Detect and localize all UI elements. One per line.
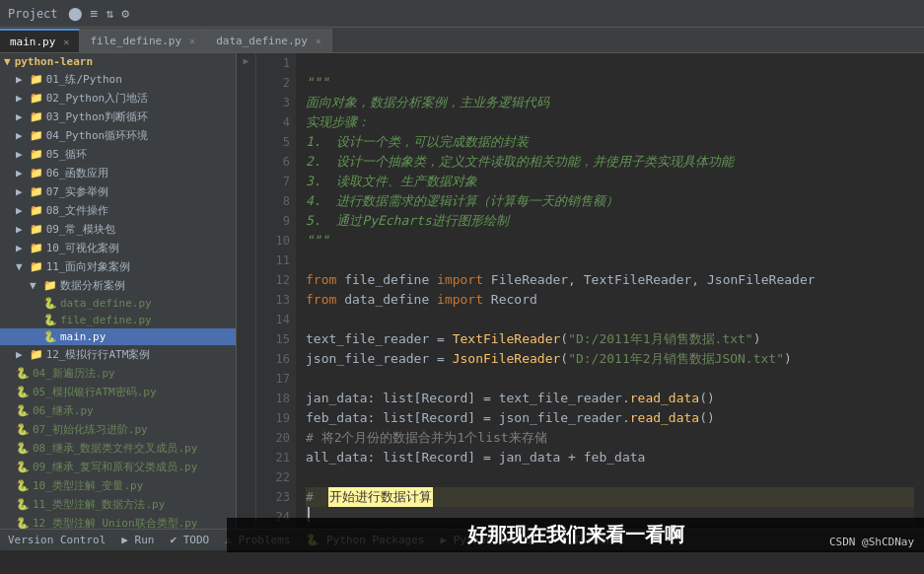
sidebar-item-08-py[interactable]: 🐍 08_继承_数据类文件交叉成员.py xyxy=(0,439,236,458)
code-line-18: jan_data: list[Record] = text_file_reade… xyxy=(306,389,914,408)
chevron-right-icon: ▶ xyxy=(16,167,23,179)
project-label: Project xyxy=(8,7,58,21)
code-area[interactable]: """ 面向对象，数据分析案例，主业务逻辑代码 实现步骤： 1. 设计一个类，可… xyxy=(296,53,924,529)
sidebar-item-06[interactable]: ▶ 📁 06_函数应用 xyxy=(0,164,236,182)
code-line-10: """ xyxy=(306,231,914,251)
sidebar-label-10-py: 10_类型注解_变量.py xyxy=(33,478,143,493)
tab-label-data-define: data_define.py xyxy=(216,35,308,47)
code-line-1 xyxy=(306,53,914,73)
folder-icon: 📁 xyxy=(30,185,43,198)
sidebar-item-03[interactable]: ▶ 📁 03_Python判断循环 xyxy=(0,108,236,126)
sidebar-item-label: python-learn xyxy=(15,55,93,68)
sidebar-label-12-py: 12_类型注解_Union联合类型.py xyxy=(33,516,197,529)
sidebar-label-11: 11_面向对象案例 xyxy=(46,259,131,274)
code-line-23: # 开始进行数据计算 xyxy=(306,487,914,507)
sidebar-item-02[interactable]: ▶ 📁 02_Python入门地活 xyxy=(0,89,236,108)
sidebar-item-file-define-py[interactable]: 🐍 file_define.py xyxy=(0,312,236,328)
chevron-right-icon: ▶ xyxy=(16,348,23,361)
subtitle-bar: 好那现在我们来看一看啊 CSDN @ShCDNay xyxy=(227,518,924,552)
code-line-7: 3. 读取文件、生产数据对象 xyxy=(306,172,914,191)
sidebar-label-08: 08_文件操作 xyxy=(46,203,109,218)
sidebar-item-data-analysis[interactable]: ▼ 📁 数据分析案例 xyxy=(0,276,236,295)
sidebar-item-08[interactable]: ▶ 📁 08_文件操作 xyxy=(0,201,236,220)
sidebar-item-12[interactable]: ▶ 📁 12_模拟行行ATM案例 xyxy=(0,345,236,364)
py-icon: 🐍 xyxy=(16,423,30,436)
code-line-19: feb_data: list[Record] = json_file_reade… xyxy=(306,408,914,428)
sidebar-label-10: 10_可视化案例 xyxy=(46,241,120,255)
sidebar-item-09[interactable]: ▶ 📁 09_常_模块包 xyxy=(0,220,236,239)
folder-icon: 📁 xyxy=(30,148,43,161)
tab-main-py[interactable]: main.py ✕ xyxy=(0,29,80,52)
sidebar-label-05-py: 05_模拟银行ATM密码.py xyxy=(33,385,157,399)
tab-close-data-define[interactable]: ✕ xyxy=(316,36,321,46)
sidebar-item-06-py[interactable]: 🐍 06_继承.py xyxy=(0,401,236,420)
sidebar-label-file-define-py: file_define.py xyxy=(60,314,152,326)
code-line-11 xyxy=(306,251,914,270)
py-icon: 🐍 xyxy=(16,517,30,529)
chevron-right-icon: ▶ xyxy=(16,242,23,254)
editor: ▶ 1 2 3 4 5 6 7 8 9 10 11 12 13 14 15 16… xyxy=(237,53,924,529)
bottom-item-vc[interactable]: Version Control xyxy=(8,534,106,546)
code-line-2: """ xyxy=(306,73,914,93)
left-gutter: ▶ xyxy=(237,53,256,529)
sidebar-item-11-py[interactable]: 🐍 11_类型注解_数据方法.py xyxy=(0,495,236,514)
sidebar-item-main-py[interactable]: 🐍 main.py xyxy=(0,328,236,345)
chevron-down-icon: ▼ xyxy=(16,260,23,273)
py-icon: 🐍 xyxy=(16,461,30,473)
folder-icon: 📁 xyxy=(30,223,43,236)
sidebar-item-11[interactable]: ▼ 📁 11_面向对象案例 xyxy=(0,257,236,276)
sidebar-item-data-define-py[interactable]: 🐍 data_define.py xyxy=(0,295,236,312)
top-icon-2[interactable]: ≡ xyxy=(91,6,99,21)
code-line-20: # 将2个月份的数据合并为1个list来存储 xyxy=(306,428,914,448)
py-icon: 🐍 xyxy=(16,367,30,380)
top-bar: Project ⬤ ≡ ⇅ ⚙ xyxy=(0,0,924,28)
sidebar-item-05[interactable]: ▶ 📁 05_循环 xyxy=(0,145,236,164)
sidebar-label-04: 04_Python循环环境 xyxy=(46,128,149,143)
code-line-22 xyxy=(306,467,914,487)
sidebar-item-09-py[interactable]: 🐍 09_继承_复写和原有父类成员.py xyxy=(0,458,236,476)
folder-icon: 📁 xyxy=(30,129,43,142)
chevron-right-icon: ▶ xyxy=(16,148,23,161)
sidebar-item-10-py[interactable]: 🐍 10_类型注解_变量.py xyxy=(0,476,236,495)
sidebar-item-04-py[interactable]: 🐍 04_新遍历法.py xyxy=(0,364,236,383)
sidebar-label-12: 12_模拟行行ATM案例 xyxy=(46,347,151,362)
folder-icon: ▼ xyxy=(4,55,11,68)
tab-close-file-define[interactable]: ✕ xyxy=(189,36,195,46)
editor-content: ▶ 1 2 3 4 5 6 7 8 9 10 11 12 13 14 15 16… xyxy=(237,53,924,529)
sidebar-item-10[interactable]: ▶ 📁 10_可视化案例 xyxy=(0,239,236,257)
code-line-13: from data_define import Record xyxy=(306,290,914,310)
tab-file-define-py[interactable]: file_define.py ✕ xyxy=(80,29,206,52)
tab-bar: main.py ✕ file_define.py ✕ data_define.p… xyxy=(0,28,924,53)
sidebar-item-05-py[interactable]: 🐍 05_模拟银行ATM密码.py xyxy=(0,383,236,401)
code-line-4: 实现步骤： xyxy=(306,112,914,132)
py-icon: 🐍 xyxy=(16,386,30,398)
sidebar-label-07: 07_实参举例 xyxy=(46,184,109,199)
top-icon-3[interactable]: ⇅ xyxy=(106,6,113,21)
sidebar-item-python-learn[interactable]: ▼ python-learn xyxy=(0,53,236,70)
py-icon: 🐍 xyxy=(16,442,30,455)
sidebar-label-06: 06_函数应用 xyxy=(46,166,109,180)
chevron-right-icon: ▶ xyxy=(16,73,23,86)
tab-label-file-define: file_define.py xyxy=(90,35,181,47)
top-icon-1[interactable]: ⬤ xyxy=(68,6,83,21)
tab-data-define-py[interactable]: data_define.py ✕ xyxy=(206,29,332,52)
py-icon: 🐍 xyxy=(16,404,30,417)
sidebar-item-04[interactable]: ▶ 📁 04_Python循环环境 xyxy=(0,126,236,145)
sidebar-item-07-py[interactable]: 🐍 07_初始化练习进阶.py xyxy=(0,420,236,439)
sidebar-label-11-py: 11_类型注解_数据方法.py xyxy=(33,497,165,512)
code-line-8: 4. 进行数据需求的逻辑计算（计算每一天的销售额） xyxy=(306,191,914,211)
bottom-item-todo[interactable]: ✔ TODO xyxy=(170,534,209,546)
top-icon-4[interactable]: ⚙ xyxy=(121,6,129,21)
tab-close-main-py[interactable]: ✕ xyxy=(63,36,69,47)
bottom-item-run[interactable]: ▶ Run xyxy=(121,534,154,546)
py-icon: 🐍 xyxy=(16,498,30,511)
code-line-14 xyxy=(306,310,914,329)
sidebar-label-09-py: 09_继承_复写和原有父类成员.py xyxy=(33,460,197,474)
sidebar-item-12-py[interactable]: 🐍 12_类型注解_Union联合类型.py xyxy=(0,514,236,529)
sidebar-label-02: 02_Python入门地活 xyxy=(46,91,149,106)
folder-icon: 📁 xyxy=(30,204,43,217)
folder-icon: 📁 xyxy=(30,110,43,123)
sidebar-label-main-py: main.py xyxy=(60,330,106,343)
sidebar-item-01[interactable]: ▶ 📁 01_练/Python xyxy=(0,70,236,89)
sidebar-item-07[interactable]: ▶ 📁 07_实参举例 xyxy=(0,182,236,201)
